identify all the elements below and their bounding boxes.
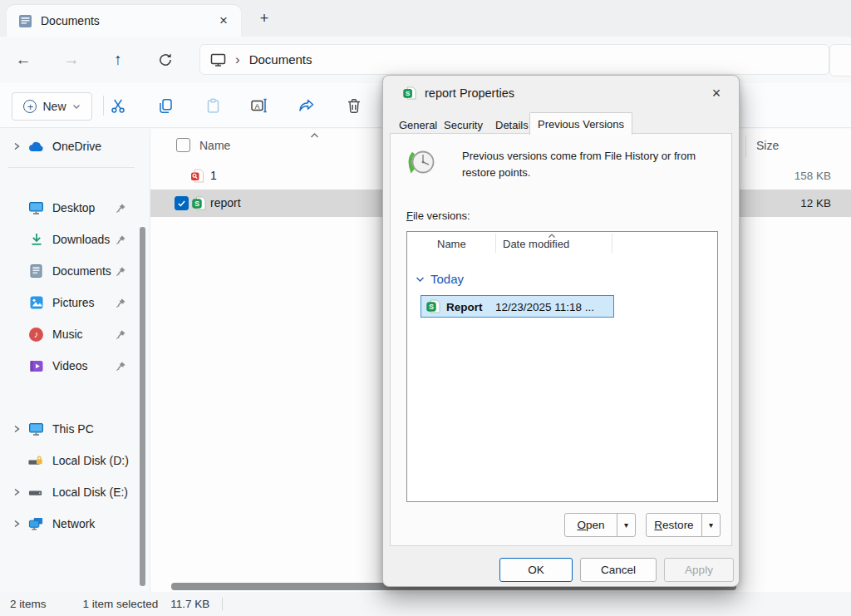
cancel-button[interactable]: Cancel (580, 558, 657, 582)
sidebar-divider (8, 167, 135, 168)
column-divider[interactable] (495, 234, 496, 253)
refresh-button[interactable] (153, 47, 178, 72)
new-button-label: New (42, 100, 66, 113)
pin-icon (116, 329, 126, 340)
chevron-right-icon[interactable] (10, 140, 23, 153)
new-tab-button[interactable]: + (253, 8, 276, 30)
chevron-down-icon (416, 276, 425, 283)
open-split-button[interactable]: Open ▾ (564, 513, 636, 537)
back-button[interactable]: ← (11, 47, 36, 72)
clipboard-paste-icon (205, 98, 221, 114)
sidebar-item-network[interactable]: Network (0, 510, 135, 538)
status-divider (222, 598, 223, 610)
sidebar-item-this-pc[interactable]: This PC (0, 415, 135, 443)
pin-icon (116, 266, 126, 277)
rename-icon: A (251, 98, 268, 113)
search-box[interactable] (829, 44, 851, 76)
tab-bar: Documents × + (0, 0, 851, 37)
pin-icon (116, 361, 126, 372)
rename-button[interactable]: A (247, 94, 272, 117)
row-checkbox-checked[interactable] (175, 196, 189, 210)
sidebar-item-label: Local Disk (D:) (52, 454, 129, 467)
column-divider[interactable] (612, 234, 612, 253)
this-pc-monitor-icon (210, 52, 226, 67)
versions-column-date-modified[interactable]: Date modified (503, 238, 569, 250)
column-header-name[interactable]: Name (199, 139, 230, 152)
explorer-tab-documents[interactable]: Documents × (7, 5, 241, 37)
network-icon (28, 516, 44, 532)
dialog-close-icon[interactable]: × (704, 81, 729, 105)
up-button[interactable]: ↑ (106, 47, 130, 72)
sidebar-item-music[interactable]: ♪ Music (0, 320, 135, 348)
documents-icon (28, 264, 44, 279)
sidebar-scrollbar[interactable] (140, 227, 145, 586)
sidebar-item-label: Pictures (52, 296, 95, 309)
svg-text:S: S (406, 90, 411, 97)
version-date-modified: 12/23/2025 11:18 ... (495, 301, 594, 313)
sidebar-item-label: Documents (52, 264, 111, 278)
version-row-selected[interactable]: S Report 12/23/2025 11:18 ... (421, 295, 614, 318)
tab-security[interactable]: Security (436, 116, 490, 134)
open-button[interactable]: Open (565, 514, 617, 536)
music-icon: ♪ (28, 327, 44, 342)
checkmark-icon (177, 199, 186, 208)
chevron-right-icon[interactable] (10, 422, 23, 436)
address-bar[interactable]: › Documents (199, 44, 829, 75)
restore-button[interactable]: Restore (647, 514, 701, 536)
sidebar-item-videos[interactable]: Videos (0, 352, 135, 380)
open-dropdown-icon[interactable]: ▾ (617, 514, 635, 536)
tab-title: Documents (41, 14, 213, 27)
tab-close-icon[interactable]: × (213, 10, 234, 32)
dialog-title-bar[interactable]: S report Properties × (383, 76, 739, 111)
this-pc-icon (28, 421, 44, 437)
sidebar-item-downloads[interactable]: Downloads (0, 225, 135, 254)
file-versions-list[interactable]: Name Date modified Today S Report 12/23/… (406, 231, 718, 502)
red-document-file-icon (190, 169, 204, 183)
versions-group-today[interactable]: Today (416, 272, 464, 286)
breadcrumb-location[interactable]: Documents (249, 52, 312, 67)
file-versions-label: File versions: (406, 209, 470, 222)
share-button[interactable] (294, 94, 319, 117)
file-name[interactable]: 1 (210, 169, 217, 182)
delete-button[interactable] (342, 94, 366, 117)
svg-text:A: A (254, 102, 259, 111)
sidebar-item-local-disk-d[interactable]: Local Disk (D:) (0, 446, 135, 475)
column-divider[interactable] (745, 136, 746, 157)
versions-column-name[interactable]: Name (437, 238, 466, 250)
toolbar-separator (103, 96, 104, 116)
folder-document-icon (18, 14, 32, 28)
sidebar-item-label: OneDrive (52, 140, 101, 153)
cut-button[interactable] (106, 94, 130, 117)
onedrive-cloud-icon (28, 139, 44, 155)
version-name: Report (446, 301, 483, 313)
pin-icon (116, 203, 126, 214)
ok-button[interactable]: OK (499, 558, 573, 582)
sidebar-item-label: Videos (52, 359, 88, 372)
sidebar-item-local-disk-e[interactable]: Local Disk (E:) (0, 478, 135, 506)
chevron-right-icon[interactable] (10, 517, 23, 530)
restore-split-button[interactable]: Restore ▾ (646, 513, 721, 537)
column-header-size[interactable]: Size (756, 139, 779, 152)
restore-dropdown-icon[interactable]: ▾ (701, 514, 720, 536)
file-history-clock-icon (406, 146, 437, 178)
versions-column-headers: Name Date modified (407, 232, 717, 254)
forward-button: → (59, 47, 84, 72)
tab-previous-versions[interactable]: Previous Versions (529, 112, 632, 135)
dialog-title: report Properties (425, 86, 704, 100)
apply-button: Apply (664, 558, 734, 582)
trash-icon (347, 98, 362, 114)
file-name[interactable]: report (210, 196, 241, 209)
sidebar-item-pictures[interactable]: Pictures (0, 288, 135, 317)
copy-button[interactable] (153, 94, 178, 117)
chevron-right-icon[interactable] (10, 485, 23, 499)
new-button[interactable]: + New (12, 92, 92, 121)
locked-drive-icon (28, 453, 44, 469)
sidebar-item-onedrive[interactable]: OneDrive (0, 132, 135, 160)
spreadsheet-file-icon: S (403, 86, 416, 100)
sidebar-item-documents[interactable]: Documents (0, 257, 135, 285)
select-all-checkbox[interactable] (176, 138, 190, 152)
sidebar-item-label: Desktop (52, 201, 95, 214)
sort-ascending-icon (309, 132, 320, 139)
sidebar-item-desktop[interactable]: Desktop (0, 194, 135, 222)
videos-icon (28, 358, 44, 374)
